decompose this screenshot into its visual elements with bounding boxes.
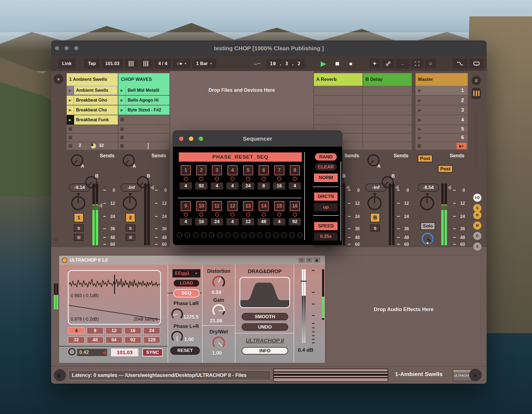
smooth-button[interactable]: SMOOTH [242, 313, 288, 320]
pan-knob[interactable] [71, 196, 85, 210]
arrangement-position-field[interactable]: 10 . 3 . 2 [266, 59, 304, 69]
scene-3[interactable]: ▶3 [416, 105, 468, 115]
chop-128-button[interactable]: 128 [143, 336, 160, 344]
cue-volume-knob[interactable] [422, 233, 434, 245]
close-window-button[interactable] [179, 137, 183, 141]
step-led[interactable] [262, 177, 266, 181]
volume-marker-icon[interactable] [448, 185, 451, 190]
step-number[interactable]: 10 [196, 201, 206, 211]
scene-6[interactable]: ▶6 [416, 134, 468, 142]
seq-step-6[interactable]: 68 [256, 165, 271, 190]
track-header-2[interactable]: CHOP WAVES [118, 73, 169, 86]
minimize-window-button[interactable] [189, 137, 193, 141]
overdub-button[interactable]: + [369, 59, 380, 69]
seq-step-13[interactable]: 1312 [240, 201, 256, 225]
rate-field[interactable]: 0.42 [77, 348, 107, 356]
play-button[interactable]: ▶ [317, 59, 330, 69]
step-number[interactable]: 12 [227, 201, 238, 211]
clip-slot[interactable]: ▶Breakbeat Cho [67, 105, 118, 115]
step-number[interactable]: 4 [227, 165, 238, 175]
empty-clip-slot[interactable] [67, 125, 118, 134]
step-value[interactable]: 16 [273, 182, 285, 190]
step-led[interactable] [199, 177, 203, 181]
clip-play-icon[interactable]: ▶ [118, 86, 126, 95]
volume-field[interactable]: -Inf [365, 184, 387, 192]
step-led[interactable] [246, 177, 250, 181]
drywet-value[interactable]: 1.00 [212, 350, 222, 356]
clip-slot-playing[interactable]: ▶Breakbeat Funk [67, 115, 118, 125]
clip-playing-icon[interactable]: ▶ [67, 115, 74, 125]
clip-play-icon[interactable]: ▶ [67, 96, 74, 105]
direction-label-button[interactable]: DRCTN [314, 193, 338, 201]
scene-5[interactable]: ▶5 [416, 125, 468, 134]
stop-all-clips-button[interactable] [417, 144, 421, 148]
step-number[interactable]: 5 [243, 165, 253, 175]
session-record-button[interactable] [382, 59, 394, 69]
seq-step-1[interactable]: 14 [178, 165, 194, 190]
step-value[interactable]: 4 [226, 218, 239, 225]
speed-value[interactable]: 0.25x [314, 232, 338, 241]
clip-play-icon[interactable]: ▶ [67, 86, 74, 95]
step-led[interactable] [215, 177, 219, 181]
step-led[interactable] [230, 177, 235, 181]
scene-play-icon[interactable]: ▶ [418, 108, 422, 113]
distortion-knob[interactable] [212, 275, 226, 289]
unfold-device-icon[interactable]: ⊡ [298, 258, 305, 263]
randomize-button[interactable]: RAND [315, 153, 337, 161]
info-button[interactable]: INFO [242, 347, 288, 354]
chop-32-button[interactable]: 32 [68, 336, 85, 344]
step-number[interactable]: 6 [259, 165, 269, 175]
clip-slot[interactable]: ▶Ambient Swells [67, 86, 118, 96]
step-value[interactable]: 92 [289, 218, 301, 225]
chop-16-button[interactable]: 16 [124, 327, 141, 334]
post-b-button[interactable]: Post [438, 165, 453, 173]
gain-knob[interactable] [212, 303, 226, 318]
step-led[interactable] [184, 177, 188, 181]
window-titlebar[interactable]: testing CHOP [1000% Clean Publishing ] [51, 40, 487, 56]
mixer-section-button[interactable]: M [473, 221, 481, 230]
step-led[interactable] [199, 212, 203, 217]
clip-play-icon[interactable]: ▶ [118, 96, 126, 105]
clip-play-icon[interactable]: ▶ [118, 105, 126, 115]
stop-clips-icon[interactable] [120, 144, 124, 148]
solo-button[interactable]: S [370, 224, 380, 232]
minimize-window-button[interactable] [65, 46, 69, 50]
track-activator-button[interactable]: 2 [125, 213, 135, 222]
seq-step-4[interactable]: 44 [225, 165, 240, 190]
return-b-header[interactable]: B Delay [363, 73, 412, 86]
step-number[interactable]: 13 [243, 201, 253, 211]
step-value[interactable]: 4 [180, 182, 192, 190]
output-fader-track[interactable] [302, 269, 303, 343]
fold-scenes-button[interactable]: ▼ [54, 74, 63, 84]
waveform-display[interactable]: 0.993 (-0.1dB) 0.978 (-0.2dB) 2048 samps [68, 270, 161, 325]
time-signature-field[interactable]: 4 / 4 [154, 59, 171, 69]
step-number[interactable]: 2 [196, 165, 206, 175]
chop-12-button[interactable]: 12 [106, 327, 122, 334]
step-value[interactable]: 4 [273, 218, 285, 225]
chop-4-button[interactable]: 4 [68, 327, 85, 334]
step-number[interactable]: 3 [212, 165, 222, 175]
solo-button[interactable]: S [74, 224, 84, 232]
clip-play-icon[interactable]: ▶ [67, 105, 74, 115]
seq-step-10[interactable]: 1016 [194, 201, 209, 225]
scene-overview-button[interactable]: ≡ [472, 76, 481, 85]
seq-step-7[interactable]: 716 [271, 165, 287, 190]
clip-slot[interactable]: ▶Bells Agogo Hi [118, 96, 169, 105]
clear-button[interactable]: CLEAR [315, 163, 337, 171]
envelope-shape-display[interactable] [239, 277, 290, 308]
step-number[interactable]: 15 [274, 201, 284, 211]
drywet-knob[interactable] [212, 336, 226, 350]
undo-button[interactable]: UNDO [242, 323, 288, 331]
phase-lpr-knob[interactable] [171, 330, 184, 343]
step-number[interactable]: 1 [181, 165, 191, 175]
step-value[interactable]: 48 [258, 218, 270, 225]
device-brand-link[interactable]: ULTRACHOP II [237, 338, 293, 344]
clip-slot[interactable]: ▶Bell Mid Metalli [118, 86, 169, 96]
master-solo-button[interactable]: Solo [420, 222, 435, 230]
step-number[interactable]: 16 [290, 201, 300, 211]
pan-knob[interactable] [420, 196, 434, 210]
return-a-header[interactable]: A Reverb [314, 73, 363, 86]
empty-clip-slot[interactable] [118, 134, 169, 142]
step-number[interactable]: 7 [274, 165, 284, 175]
punch-out-button[interactable] [486, 59, 487, 69]
